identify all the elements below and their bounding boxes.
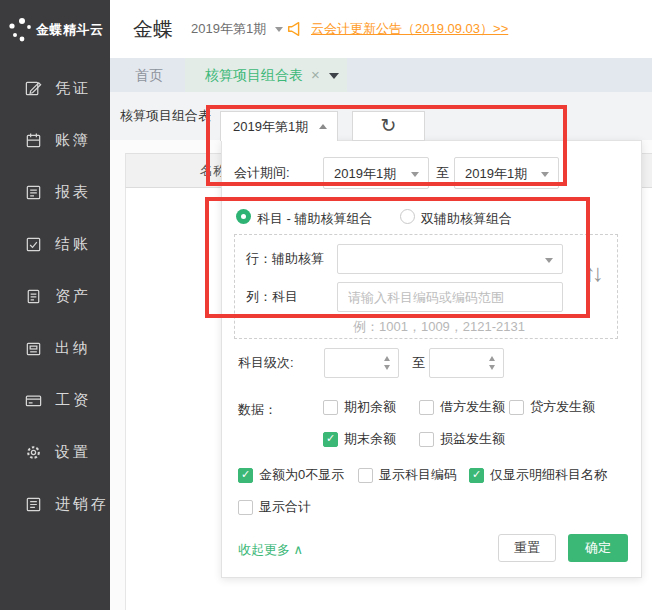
checkbox-icon bbox=[419, 400, 434, 415]
page-title: 核算项目组合表 bbox=[120, 92, 211, 140]
checkbox-icon bbox=[238, 468, 253, 483]
sidebar-item-label: 凭证 bbox=[55, 79, 91, 98]
sidebar: 金蝶精斗云 凭证 账簿 报表 结账 资产 出纳 工资 bbox=[0, 0, 110, 610]
radio-subject-auxiliary-label: 科目 - 辅助核算组合 bbox=[257, 210, 373, 228]
checkbox-show-subject-code[interactable]: 显示科目编码 bbox=[358, 467, 457, 483]
report-period-dropdown[interactable]: 2019年第1期 bbox=[220, 111, 338, 141]
reset-button[interactable]: 重置 bbox=[498, 534, 556, 562]
col-label: 列：科目 bbox=[246, 282, 298, 312]
tab-active-label: 核算项目组合表 bbox=[205, 58, 303, 92]
sidebar-item-cashier[interactable]: 出纳 bbox=[0, 332, 110, 364]
sidebar-item-report[interactable]: 报表 bbox=[0, 176, 110, 208]
confirm-button[interactable]: 确定 bbox=[568, 534, 628, 562]
checkbox-icon bbox=[469, 468, 484, 483]
stepper-up-icon[interactable] bbox=[384, 356, 390, 361]
company-name: 金蝶 bbox=[133, 0, 173, 58]
checkbox-show-total[interactable]: 显示合计 bbox=[238, 499, 311, 515]
stepper-down-icon[interactable] bbox=[489, 365, 495, 370]
sidebar-item-asset[interactable]: 资产 bbox=[0, 280, 110, 312]
checkbox-icon bbox=[509, 400, 524, 415]
inventory-icon bbox=[24, 495, 43, 514]
top-header: 金蝶 2019年第1期 云会计更新公告（2019.09.03）>> bbox=[110, 0, 652, 58]
app-window: 金蝶精斗云 凭证 账簿 报表 结账 资产 出纳 工资 bbox=[0, 0, 652, 610]
tab-bar: 首页 核算项目组合表 × bbox=[110, 58, 652, 92]
sidebar-item-label: 设置 bbox=[55, 443, 91, 462]
header-period-selector[interactable]: 2019年第1期 bbox=[191, 0, 283, 58]
tab-close-icon[interactable]: × bbox=[311, 58, 320, 92]
period-label: 会计期间: bbox=[234, 157, 290, 189]
content-area: 核算项目组合表 2019年第1期 ↻ 名称 会计期间: 2019年1期 至 20… bbox=[110, 92, 652, 610]
tab-dropdown-icon[interactable] bbox=[329, 73, 339, 79]
sidebar-item-ledger[interactable]: 账簿 bbox=[0, 124, 110, 156]
filter-popup: 会计期间: 2019年1期 至 2019年1期 科目 - 辅助核算组合 双辅助核… bbox=[221, 140, 642, 578]
sidebar-item-label: 工资 bbox=[55, 391, 91, 410]
sidebar-item-label: 报表 bbox=[55, 183, 91, 202]
sidebar-item-label: 结账 bbox=[55, 235, 91, 254]
level-to-stepper[interactable] bbox=[429, 348, 504, 378]
voucher-icon bbox=[24, 79, 43, 98]
checkbox-profit-loss-amount[interactable]: 损益发生额 bbox=[419, 431, 505, 447]
level-from-stepper[interactable] bbox=[324, 348, 399, 378]
sidebar-item-inventory[interactable]: 进销存 bbox=[0, 488, 110, 520]
checkbox-icon bbox=[419, 432, 434, 447]
chevron-down-icon bbox=[411, 172, 419, 177]
refresh-button[interactable]: ↻ bbox=[352, 111, 425, 141]
chevron-down-icon bbox=[545, 258, 553, 263]
sidebar-item-label: 资产 bbox=[55, 287, 91, 306]
period-to-select[interactable]: 2019年1期 bbox=[454, 157, 559, 189]
radio-double-auxiliary[interactable] bbox=[400, 209, 415, 224]
chevron-down-icon bbox=[275, 27, 283, 32]
level-label: 科目级次: bbox=[238, 348, 294, 378]
stepper-down-icon[interactable] bbox=[384, 365, 390, 370]
ledger-icon bbox=[24, 131, 43, 150]
checkbox-icon bbox=[238, 500, 253, 515]
collapse-more-link[interactable]: 收起更多 ∧ bbox=[238, 541, 303, 559]
sidebar-item-voucher[interactable]: 凭证 bbox=[0, 72, 110, 104]
tab-active[interactable]: 核算项目组合表 × bbox=[185, 58, 347, 92]
checkbox-icon bbox=[323, 432, 338, 447]
subject-code-input[interactable] bbox=[337, 282, 563, 312]
sidebar-item-closing[interactable]: 结账 bbox=[0, 228, 110, 260]
checkbox-icon bbox=[358, 468, 373, 483]
sidebar-item-label: 进销存 bbox=[55, 495, 109, 514]
payroll-icon bbox=[24, 391, 43, 410]
horn-icon bbox=[286, 20, 304, 38]
logo-text: 金蝶精斗云 bbox=[36, 0, 104, 60]
sidebar-item-label: 出纳 bbox=[55, 339, 91, 358]
asset-icon bbox=[24, 287, 43, 306]
logo[interactable]: 金蝶精斗云 bbox=[0, 0, 110, 60]
checkbox-ending-balance[interactable]: 期末余额 bbox=[323, 431, 396, 447]
checkbox-opening-balance[interactable]: 期初余额 bbox=[323, 399, 396, 415]
sidebar-item-payroll[interactable]: 工资 bbox=[0, 384, 110, 416]
chevron-up-icon bbox=[319, 124, 327, 129]
checkbox-show-detail-names-only[interactable]: 仅显示明细科目名称 bbox=[469, 467, 607, 483]
swap-rows-columns-icon[interactable]: ↑↓ bbox=[584, 259, 600, 287]
data-label: 数据： bbox=[238, 401, 277, 419]
period-from-select[interactable]: 2019年1期 bbox=[323, 157, 429, 189]
radio-double-auxiliary-label: 双辅助核算组合 bbox=[421, 210, 512, 228]
tab-home[interactable]: 首页 bbox=[135, 58, 163, 92]
level-to-label: 至 bbox=[412, 348, 425, 378]
radio-subject-auxiliary[interactable] bbox=[236, 209, 251, 224]
report-icon bbox=[24, 183, 43, 202]
row-label: 行：辅助核算 bbox=[246, 244, 324, 274]
checkbox-icon bbox=[323, 400, 338, 415]
stepper-up-icon[interactable] bbox=[489, 356, 495, 361]
to-label: 至 bbox=[436, 157, 449, 189]
cashier-icon bbox=[24, 339, 43, 358]
sidebar-item-settings[interactable]: 设置 bbox=[0, 436, 110, 468]
closing-icon bbox=[24, 235, 43, 254]
announcement-link[interactable]: 云会计更新公告（2019.09.03）>> bbox=[311, 0, 508, 58]
sidebar-item-label: 账簿 bbox=[55, 131, 91, 150]
checkbox-credit-amount[interactable]: 贷方发生额 bbox=[509, 399, 595, 415]
logo-dots-icon bbox=[7, 16, 35, 44]
chevron-down-icon bbox=[541, 172, 549, 177]
checkbox-debit-amount[interactable]: 借方发生额 bbox=[419, 399, 505, 415]
settings-icon bbox=[24, 443, 43, 462]
example-hint: 例：1001，1009，2121-2131 bbox=[353, 318, 525, 336]
row-auxiliary-select[interactable] bbox=[337, 244, 563, 274]
checkbox-hide-zero-amount[interactable]: 金额为0不显示 bbox=[238, 467, 344, 483]
